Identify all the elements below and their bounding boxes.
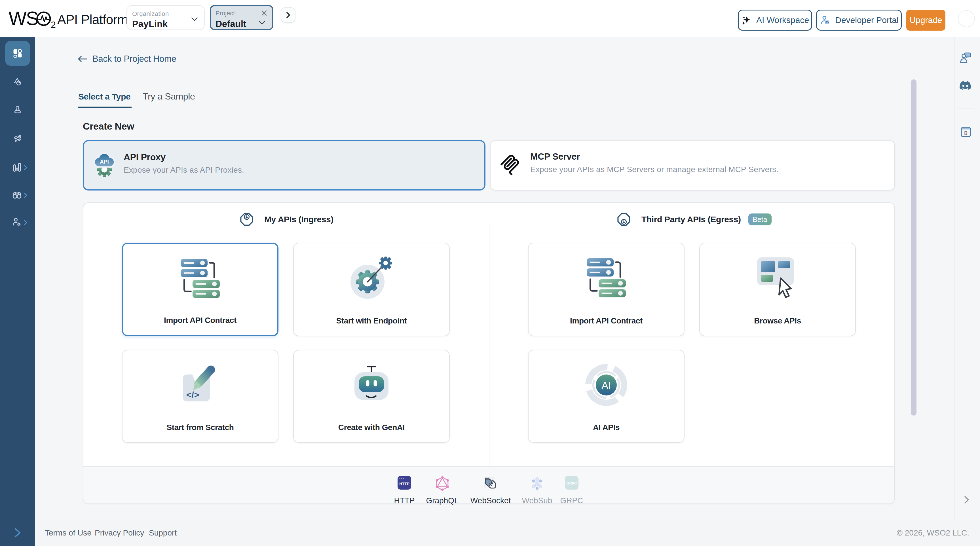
svg-text:HTTP: HTTP — [399, 482, 409, 486]
svg-text:GRPC: GRPC — [566, 481, 577, 485]
svg-text:B: B — [964, 130, 967, 136]
svg-text:AI: AI — [601, 379, 611, 390]
svg-text:API: API — [100, 159, 109, 165]
svg-text:WS: WS — [9, 7, 38, 29]
svg-text:</>: </> — [186, 390, 199, 400]
svg-text:API Platform: API Platform — [57, 12, 128, 27]
svg-text:2: 2 — [51, 19, 56, 30]
